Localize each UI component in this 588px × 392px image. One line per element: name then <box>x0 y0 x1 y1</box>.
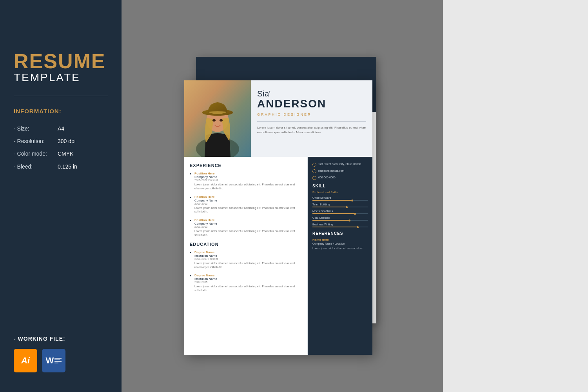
info-label-color-mode: - Color mode: <box>14 147 53 160</box>
ai-icon-label: Ai <box>21 356 30 366</box>
skill-goal-oriented: Goal-Oriented <box>312 216 368 221</box>
sidebar-title-block: RESUME TEMPLATE <box>14 51 108 84</box>
ai-file-icon: Ai <box>14 349 37 372</box>
skill-fill-deadlines <box>312 213 354 214</box>
word-icon-label: W <box>46 356 54 366</box>
word-file-icon: W <box>42 349 65 372</box>
skill-name-writing: Business Writing <box>312 223 368 226</box>
info-value-size: A4 <box>58 122 64 135</box>
reference-name: Name Here <box>312 238 368 241</box>
reference-company: Company Name / Location <box>312 242 368 245</box>
info-label-bleed: - Bleed: <box>14 160 53 173</box>
working-file-heading: - WORKING FILE: <box>14 336 108 342</box>
exp-item-2: Position Here Company Name 2015-2013 Lor… <box>190 195 302 214</box>
resume-name-area: Sia' ANDERSON GRAPHIC DESIGNER Lorem ips… <box>251 80 372 157</box>
references-section-title: REFERENCES <box>312 231 368 236</box>
resume-body: EXPERIENCE Position Here Company Name 20… <box>184 157 372 355</box>
contact-email-text: name@example.com <box>318 169 344 172</box>
info-label-size: - Size: <box>14 122 53 135</box>
file-icons-group: Ai W <box>14 349 108 372</box>
resume-header: Sia' ANDERSON GRAPHIC DESIGNER Lorem ips… <box>184 80 372 157</box>
title-resume: RESUME <box>14 51 108 71</box>
email-icon <box>312 169 316 173</box>
exp-dates-1: 2015-2022 Present <box>194 179 302 181</box>
svg-rect-0 <box>54 358 62 359</box>
info-heading: INFORMATION: <box>14 108 108 114</box>
info-item-size: - Size: A4 <box>14 122 108 135</box>
edu-item-2: Degree Name Institution Name 2007-2005 L… <box>190 274 302 292</box>
edu-dates-2: 2007-2005 <box>194 281 302 283</box>
info-item-color-mode: - Color mode: CMYK <box>14 147 108 160</box>
skill-dot-goal <box>348 220 350 221</box>
skill-bar-deadlines <box>312 213 368 214</box>
exp-dates-3: 2011-2013 <box>194 225 302 228</box>
skill-dot-deadlines <box>354 213 356 215</box>
skill-fill-office <box>312 200 351 201</box>
skill-team-building: Team Building <box>312 203 368 207</box>
sidebar: RESUME TEMPLATE INFORMATION: - Size: A4 … <box>0 0 122 392</box>
info-item-bleed: - Bleed: 0.125 in <box>14 160 108 173</box>
person-photo-svg <box>184 80 251 157</box>
edu-desc-2: Lorem ipsum dolor sit amet, consectetur … <box>194 285 302 292</box>
contact-phone-item: 000-000-0000 <box>312 176 368 180</box>
edu-desc-1: Lorem ipsum dolor sit amet, consectetur … <box>194 261 302 269</box>
info-label-resolution: - Resolution: <box>14 135 53 147</box>
edu-dates-1: 2011-2007 Present <box>194 258 302 260</box>
reference-description: Lorem ipsum dolor sit amet, consectetuer… <box>312 247 368 250</box>
word-lines-icon <box>54 358 62 363</box>
resume-first-name: Sia' <box>257 89 366 98</box>
edu-degree-2: Degree Name <box>194 274 302 277</box>
education-section-title: EDUCATION <box>190 242 302 247</box>
exp-position-2: Position Here <box>194 195 302 199</box>
info-value-color-mode: CMYK <box>58 147 73 160</box>
exp-company-3: Company Name <box>194 222 302 225</box>
skill-fill-team <box>312 207 346 207</box>
resume-left-column: EXPERIENCE Position Here Company Name 20… <box>184 157 308 355</box>
resume-name-divider <box>257 121 366 122</box>
skill-dot-office <box>351 200 353 201</box>
resume-front-card: Sia' ANDERSON GRAPHIC DESIGNER Lorem ips… <box>184 80 372 355</box>
skill-name-deadlines: Meets Deadlines <box>312 210 368 212</box>
svg-rect-2 <box>54 361 62 362</box>
skill-dot-writing <box>357 226 359 228</box>
exp-desc-2: Lorem ipsum dolor sit amet, consectetur … <box>194 206 302 214</box>
edu-item-1: Degree Name Institution Name 2011-2007 P… <box>190 250 302 269</box>
exp-desc-1: Lorem ipsum dolor sit amet, consectetur … <box>194 183 302 191</box>
info-item-resolution: - Resolution: 300 dpi <box>14 135 108 147</box>
skill-bar-goal <box>312 220 368 221</box>
skill-office-software: Office Software <box>312 196 368 201</box>
skill-name-office: Office Software <box>312 196 368 199</box>
resume-summary: Lorem ipsum dolor sit amet, consectetur … <box>257 125 366 135</box>
resume-job-title: GRAPHIC DESIGNER <box>257 113 366 116</box>
info-value-bleed: 0.125 in <box>58 160 77 173</box>
resume-right-column: 123 Street name,City, State, 00000 name@… <box>308 157 372 355</box>
exp-item-3: Position Here Company Name 2011-2013 Lor… <box>190 218 302 237</box>
edu-degree-1: Degree Name <box>194 250 302 254</box>
edu-institution-1: Institution Name <box>194 254 302 258</box>
svg-rect-3 <box>54 363 58 363</box>
center-preview-area: Sia' ANDERSON GRAPHIC DESIGNER Lorem ips… <box>122 0 443 392</box>
right-background-area <box>443 0 588 392</box>
svg-rect-1 <box>54 359 60 360</box>
resume-photo <box>184 80 251 157</box>
resume-preview-wrapper: Sia' ANDERSON GRAPHIC DESIGNER Lorem ips… <box>184 57 380 347</box>
contact-phone-text: 000-000-0000 <box>318 176 336 179</box>
skill-bar-writing <box>312 227 368 227</box>
exp-company-1: Company Name <box>194 175 302 179</box>
resume-last-name: ANDERSON <box>257 98 366 110</box>
skill-business-writing: Business Writing <box>312 223 368 227</box>
contact-address-item: 123 Street name,City, State, 00000 <box>312 162 368 167</box>
info-value-resolution: 300 dpi <box>58 135 76 147</box>
exp-dates-2: 2015-2013 <box>194 202 302 205</box>
skill-bar-team <box>312 207 368 207</box>
skill-bar-office <box>312 200 368 201</box>
skill-name-team: Team Building <box>312 203 368 206</box>
exp-position-3: Position Here <box>194 218 302 222</box>
contact-email-item: name@example.com <box>312 169 368 173</box>
title-template: TEMPLATE <box>14 71 108 84</box>
title-divider <box>14 96 108 96</box>
svg-point-10 <box>220 119 223 122</box>
phone-icon <box>312 176 316 180</box>
contact-address-text: 123 Street name,City, State, 00000 <box>318 162 361 166</box>
skill-section-title: SKILL <box>312 184 368 188</box>
